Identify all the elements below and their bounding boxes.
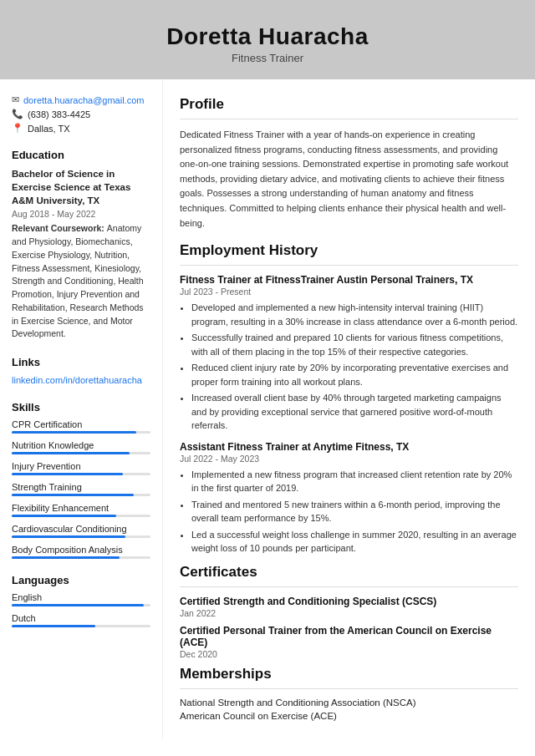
- membership-2: American Council on Exercise (ACE): [180, 711, 518, 721]
- skill-nutrition-label: Nutrition Knowledge: [12, 440, 150, 450]
- education-dates: Aug 2018 - May 2022: [12, 209, 150, 219]
- job-2-title: Assistant Fitness Trainer at Anytime Fit…: [180, 441, 518, 453]
- skill-cardio-bar-fill: [12, 535, 125, 538]
- profile-section: Profile Dedicated Fitness Trainer with a…: [180, 96, 518, 231]
- main-content: Profile Dedicated Fitness Trainer with a…: [163, 79, 535, 739]
- linkedin-link[interactable]: linkedin.com/in/dorettahuaracha: [12, 375, 142, 385]
- sidebar-education-section: Education Bachelor of Science in Exercis…: [12, 149, 150, 341]
- skill-nutrition-bar-fill: [12, 452, 130, 454]
- profile-title: Profile: [180, 96, 518, 113]
- skill-nutrition-bar-bg: [12, 452, 150, 454]
- contact-email: ✉ doretta.huaracha@gmail.com: [12, 94, 150, 105]
- cert-1: Certified Strength and Conditioning Spec…: [180, 596, 518, 618]
- sidebar-languages-section: Languages English Dutch: [12, 574, 150, 627]
- skill-body-comp-bar-bg: [12, 556, 150, 559]
- phone-icon: 📞: [12, 109, 23, 119]
- skill-cpr-label: CPR Certification: [12, 419, 150, 429]
- memberships-section: Memberships National Strength and Condit…: [180, 666, 518, 721]
- skill-nutrition: Nutrition Knowledge: [12, 440, 150, 454]
- coursework-label: Relevant Coursework:: [12, 223, 107, 233]
- skill-cpr: CPR Certification: [12, 419, 150, 434]
- job-1-bullets: Developed and implemented a new high-int…: [180, 301, 518, 433]
- job-1-title: Fitness Trainer at FitnessTrainer Austin…: [180, 274, 518, 286]
- skill-strength-bar-fill: [12, 494, 134, 496]
- skill-cpr-bar-fill: [12, 431, 136, 434]
- skill-injury-label: Injury Prevention: [12, 461, 150, 471]
- skill-body-comp-label: Body Composition Analysis: [12, 545, 150, 555]
- header: Doretta Huaracha Fitness Trainer: [0, 0, 535, 79]
- location-icon: 📍: [12, 123, 23, 134]
- links-title: Links: [12, 356, 150, 368]
- employment-title: Employment History: [180, 242, 518, 259]
- job-2-bullet-3: Led a successful weight loss challenge i…: [191, 528, 518, 556]
- sidebar: ✉ doretta.huaracha@gmail.com 📞 (638) 383…: [0, 79, 163, 739]
- lang-dutch-bar-fill: [12, 625, 95, 627]
- certificates-title: Certificates: [180, 564, 518, 581]
- certificates-divider: [180, 586, 518, 587]
- memberships-divider: [180, 688, 518, 689]
- skill-strength-label: Strength Training: [12, 482, 150, 492]
- cert-1-name: Certified Strength and Conditioning Spec…: [180, 596, 518, 607]
- skill-injury-bar-fill: [12, 473, 123, 475]
- profile-divider: [180, 119, 518, 119]
- contact-location: 📍 Dallas, TX: [12, 123, 150, 134]
- job-1-dates: Jul 2023 - Present: [180, 287, 518, 297]
- skill-cardio: Cardiovascular Conditioning: [12, 524, 150, 538]
- job-2: Assistant Fitness Trainer at Anytime Fit…: [180, 441, 518, 556]
- job-1-bullet-2: Successfully trained and prepared 10 cli…: [191, 331, 518, 358]
- coursework-text: Anatomy and Physiology, Biomechanics, Ex…: [12, 223, 144, 338]
- lang-dutch-bar-bg: [12, 625, 150, 627]
- skill-flexibility: Flexibility Enhancement: [12, 503, 150, 517]
- skill-flexibility-bar-fill: [12, 515, 116, 517]
- skill-body-comp-bar-fill: [12, 556, 120, 559]
- location-text: Dallas, TX: [28, 124, 70, 134]
- job-1: Fitness Trainer at FitnessTrainer Austin…: [180, 274, 518, 433]
- profile-text: Dedicated Fitness Trainer with a year of…: [180, 128, 518, 231]
- job-1-bullet-1: Developed and implemented a new high-int…: [191, 301, 518, 328]
- cert-1-date: Jan 2022: [180, 608, 518, 618]
- email-icon: ✉: [12, 94, 19, 105]
- job-2-bullet-2: Trained and mentored 5 new trainers with…: [191, 498, 518, 525]
- sidebar-contact-section: ✉ doretta.huaracha@gmail.com 📞 (638) 383…: [12, 94, 150, 134]
- lang-dutch-label: Dutch: [12, 613, 150, 623]
- skill-flexibility-bar-bg: [12, 515, 150, 517]
- contact-phone: 📞 (638) 383-4425: [12, 109, 150, 119]
- skill-cardio-label: Cardiovascular Conditioning: [12, 524, 150, 534]
- cert-2-name: Certified Personal Trainer from the Amer…: [180, 625, 518, 648]
- lang-dutch: Dutch: [12, 613, 150, 627]
- lang-english-bar-bg: [12, 604, 150, 606]
- lang-english: English: [12, 592, 150, 606]
- cert-2-date: Dec 2020: [180, 649, 518, 659]
- sidebar-skills-section: Skills CPR Certification Nutrition Knowl…: [12, 401, 150, 559]
- certificates-section: Certificates Certified Strength and Cond…: [180, 564, 518, 659]
- lang-english-bar-fill: [12, 604, 144, 606]
- email-link[interactable]: doretta.huaracha@gmail.com: [23, 95, 144, 105]
- cert-2: Certified Personal Trainer from the Amer…: [180, 625, 518, 659]
- education-title: Education: [12, 149, 150, 161]
- header-title: Fitness Trainer: [17, 52, 518, 64]
- membership-1: National Strength and Conditioning Assoc…: [180, 698, 518, 708]
- job-2-bullets: Implemented a new fitness program that i…: [180, 468, 518, 556]
- body-layout: ✉ doretta.huaracha@gmail.com 📞 (638) 383…: [0, 79, 535, 739]
- employment-section: Employment History Fitness Trainer at Fi…: [180, 242, 518, 556]
- header-name: Doretta Huaracha: [17, 23, 518, 50]
- job-2-bullet-1: Implemented a new fitness program that i…: [191, 468, 518, 495]
- skill-cardio-bar-bg: [12, 535, 150, 538]
- employment-divider: [180, 265, 518, 266]
- skill-injury-bar-bg: [12, 473, 150, 475]
- job-2-dates: Jul 2022 - May 2023: [180, 454, 518, 464]
- job-1-bullet-3: Reduced client injury rate by 20% by inc…: [191, 361, 518, 388]
- lang-english-label: English: [12, 592, 150, 602]
- phone-text: (638) 383-4425: [28, 109, 90, 119]
- memberships-title: Memberships: [180, 666, 518, 682]
- skill-body-comp: Body Composition Analysis: [12, 545, 150, 559]
- skill-cpr-bar-bg: [12, 431, 150, 434]
- languages-title: Languages: [12, 574, 150, 586]
- education-coursework: Relevant Coursework: Anatomy and Physiol…: [12, 222, 150, 341]
- skill-strength-bar-bg: [12, 494, 150, 496]
- job-1-bullet-4: Increased overall client base by 40% thr…: [191, 391, 518, 433]
- education-degree: Bachelor of Science in Exercise Science …: [12, 167, 150, 207]
- skill-flexibility-label: Flexibility Enhancement: [12, 503, 150, 513]
- skill-injury: Injury Prevention: [12, 461, 150, 475]
- sidebar-links-section: Links linkedin.com/in/dorettahuaracha: [12, 356, 150, 386]
